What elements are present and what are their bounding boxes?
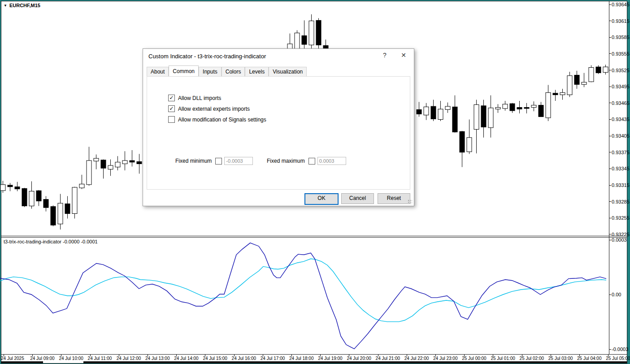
price-label: 0.93315 [612,182,630,188]
price-label: 0.93465 [612,100,630,106]
price-label: 0.93345 [612,166,630,171]
bull-candle [546,93,551,118]
option-row[interactable]: ✓Allow external experts imports [168,105,250,112]
bear-candle [553,93,558,95]
time-axis-label: 24 Jul 17:00 [261,356,285,361]
bull-candle [94,158,99,161]
time-axis-label: 24 Jul 21:00 [376,356,400,361]
dialog-tabs: AboutCommonInputsColorsLevelsVisualizati… [147,66,307,77]
time-axis-label: 24 Jul 23:00 [433,356,458,361]
bear-candle [574,75,579,85]
indicator-plot[interactable] [0,238,609,354]
fixed-maximum-input[interactable] [317,157,346,165]
scrollbar-thumb[interactable] [43,361,83,363]
tab-colors[interactable]: Colors [222,67,245,77]
bull-candle [495,108,500,109]
fixed-maximum-label: Fixed maximum [267,158,305,164]
fixed-minimum-checkbox[interactable] [215,158,222,165]
bear-candle [460,131,465,152]
bear-candle [65,204,70,214]
price-axis-line [609,1,609,354]
tab-page-common [147,76,410,190]
price-label: 0.93615 [612,18,630,24]
checked-checkbox[interactable]: ✓ [168,105,175,112]
time-axis-label: 25 Jul 04:00 [577,356,602,361]
fixed-maximum-checkbox[interactable] [308,158,315,165]
expand-arrow-icon[interactable]: ▼ [4,4,7,8]
time-axis-label: 24 Jul 10:00 [59,356,83,361]
price-tick [609,185,611,186]
price-label: 0.93375 [612,150,630,155]
help-icon[interactable]: ? [380,52,390,61]
price-label: 0.93285 [612,199,630,204]
price-label: 0.93525 [612,68,630,73]
time-axis-label: 24 Jul 14:00 [174,356,199,361]
checkbox-label: Allow DLL imports [178,95,221,101]
bear-candle [539,105,543,117]
bear-candle [323,46,328,48]
dialog-resize-grip[interactable] [408,199,412,204]
time-axis-label: 24 Jul 20:00 [347,356,371,361]
fixed-minimum-input[interactable] [224,157,253,165]
bull-candle [589,68,594,82]
indicator-window-label: t3-trix-roc-trading-indicator -0.0000 -0… [4,239,98,244]
bear-candle [510,104,515,111]
bull-candle [309,21,314,45]
symbol-text: EURCHF,M15 [9,3,40,8]
tab-levels[interactable]: Levels [245,67,269,77]
checked-checkbox[interactable]: ✓ [168,95,175,101]
price-tick [609,103,611,103]
bear-candle [43,199,48,208]
indicator-axis-label: -0.0003 [612,347,628,352]
fixed-maximum-row: Fixed maximum [267,157,346,165]
horizontal-scrollbar[interactable] [1,361,627,363]
price-tick [609,152,611,152]
option-row[interactable]: Allow modification of Signals settings [168,116,266,123]
bear-candle [417,110,421,114]
reset-button[interactable]: Reset [378,193,410,204]
price-tick [609,37,611,38]
bear-candle [130,160,135,162]
indicator-axis-label: 0.0003 [612,237,627,243]
bear-candle [101,160,106,168]
bear-candle [8,185,13,187]
close-icon[interactable]: ✕ [398,52,409,61]
bull-candle [29,191,34,206]
price-tick [609,53,611,54]
cancel-button[interactable]: Cancel [341,193,374,204]
tab-about[interactable]: About [147,67,169,77]
price-tick [609,201,611,202]
fixed-minimum-row: Fixed minimum [175,157,253,165]
price-label: 0.93495 [612,84,630,89]
bear-candle [596,67,601,73]
option-row[interactable]: ✓Allow DLL imports [168,95,221,101]
time-axis-label: 25 Jul 03:00 [548,356,573,361]
price-label: 0.93645 [612,2,630,7]
indicator-tick [609,295,611,295]
price-tick [609,70,611,70]
bull-candle [567,76,572,95]
bull-candle [87,160,91,185]
price-label: 0.93405 [612,133,630,139]
tab-common[interactable]: Common [169,65,199,77]
dialog-title[interactable]: Custom Indicator - t3-trix-roc-trading-i… [148,53,266,60]
indicator-tick [609,349,611,350]
tab-visualization[interactable]: Visualization [269,67,307,77]
bear-candle [51,207,56,225]
unchecked-checkbox[interactable] [168,116,175,123]
indicator-axis-label: 0.00 [612,292,621,297]
tab-inputs[interactable]: Inputs [199,67,222,77]
metatrader-chart-window: ▼EURCHF,M15 t3-trix-roc-trading-indicato… [0,0,630,364]
trix-line [0,243,606,349]
time-axis-label: 24 Jul 09:00 [30,356,55,361]
price-tick [609,218,611,218]
bull-candle [79,184,84,188]
bull-candle [58,203,63,224]
price-tick [609,4,611,5]
time-axis-label: 24 Jul 2025 [1,356,24,361]
bear-candle [481,106,486,127]
indicator-tick [609,240,611,240]
ok-button[interactable]: OK [304,193,339,205]
panel-separator-line [1,236,627,236]
bull-candle [108,165,113,169]
